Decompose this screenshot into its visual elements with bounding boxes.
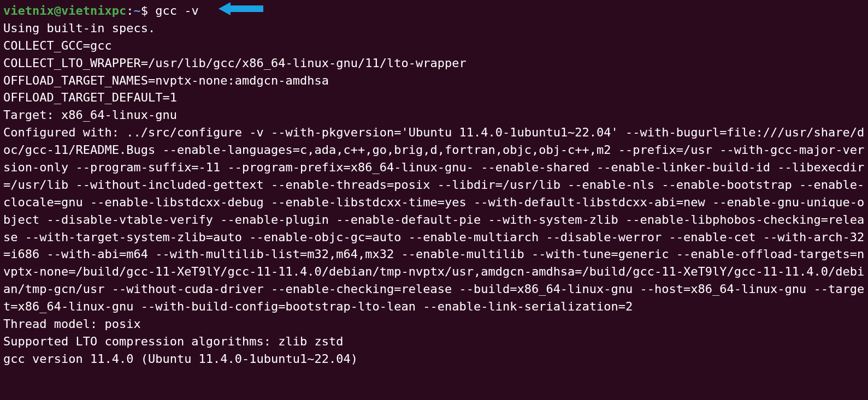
output-line-0: Using built-in specs. [3, 21, 155, 35]
prompt-dollar: $ [141, 4, 156, 17]
output-line-7: Thread model: posix [3, 317, 141, 331]
output-line-3: OFFLOAD_TARGET_NAMES=nvptx-none:amdgcn-a… [3, 74, 329, 87]
prompt-colon: : [126, 4, 133, 17]
output-line-9: gcc version 11.4.0 (Ubuntu 11.4.0-1ubunt… [3, 352, 358, 366]
prompt-host: vietnixpc [61, 4, 126, 17]
output-line-6: Configured with: ../src/configure -v --w… [3, 126, 864, 313]
output-line-4: OFFLOAD_TARGET_DEFAULT=1 [3, 91, 177, 104]
prompt-at: @ [54, 4, 61, 17]
prompt-path: ~ [133, 4, 140, 17]
arrow-annotation [219, 2, 263, 15]
arrow-left-icon [219, 2, 231, 15]
output-line-5: Target: x86_64-linux-gnu [3, 108, 177, 122]
command-text: gcc -v [155, 4, 198, 17]
output-line-1: COLLECT_GCC=gcc [3, 39, 112, 52]
terminal-output[interactable]: vietnix@vietnixpc:~$ gcc -v Using built-… [3, 2, 865, 368]
output-line-8: Supported LTO compression algorithms: zl… [3, 335, 344, 348]
prompt-user: vietnix [3, 4, 54, 17]
arrow-shaft [231, 5, 263, 12]
output-line-2: COLLECT_LTO_WRAPPER=/usr/lib/gcc/x86_64-… [3, 56, 467, 70]
